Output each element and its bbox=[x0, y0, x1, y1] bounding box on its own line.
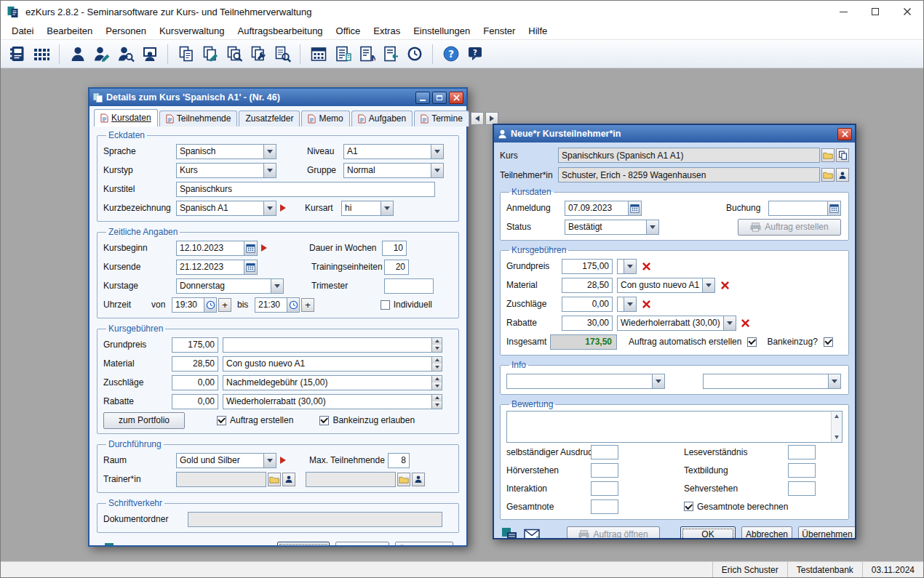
info-select-2[interactable] bbox=[703, 374, 841, 389]
person-search-button[interactable] bbox=[114, 43, 137, 65]
kurs-folder-button[interactable] bbox=[821, 148, 835, 162]
clock-button[interactable] bbox=[403, 43, 426, 65]
related-windows-button[interactable] bbox=[103, 541, 122, 545]
participant-board-button[interactable] bbox=[138, 43, 161, 65]
add-time-button[interactable]: + bbox=[218, 298, 231, 312]
menu-einstellungen[interactable]: Einstellungen bbox=[407, 24, 477, 38]
menu-fenster[interactable]: Fenster bbox=[477, 24, 522, 38]
bis-time-input[interactable]: 21:30 bbox=[255, 297, 300, 313]
invoice-new-button[interactable]: N bbox=[355, 43, 378, 65]
remove-zuschlaege-button[interactable] bbox=[640, 297, 653, 310]
dialog-close-button[interactable] bbox=[449, 92, 463, 104]
minimize-button[interactable] bbox=[827, 1, 859, 23]
goto-arrow-icon[interactable] bbox=[280, 457, 286, 464]
teilnehmer-folder-button[interactable] bbox=[821, 168, 835, 182]
spin-up-icon[interactable] bbox=[432, 376, 442, 383]
dropdown-button[interactable] bbox=[652, 374, 664, 388]
trainer2-input[interactable] bbox=[306, 472, 396, 487]
person-edit-button[interactable] bbox=[90, 43, 113, 65]
remove-rabatte-button[interactable] bbox=[739, 316, 752, 329]
cancel-button[interactable]: Abbrechen bbox=[741, 526, 792, 539]
calendar-picker-button[interactable] bbox=[827, 201, 840, 215]
tab-scroll-left-button[interactable] bbox=[471, 112, 484, 125]
apply-button[interactable]: Übernehmen bbox=[798, 526, 855, 539]
sprache-select[interactable]: Spanisch bbox=[176, 144, 276, 159]
zuschlaege-desc-input[interactable]: Nachmeldegebühr (15,00) bbox=[223, 375, 442, 390]
maximize-button[interactable] bbox=[859, 1, 891, 23]
menu-office[interactable]: Office bbox=[330, 24, 367, 38]
material-amount-input[interactable]: 28,50 bbox=[172, 356, 218, 372]
kursende-date-input[interactable]: 21.12.2023 bbox=[176, 260, 258, 275]
material-amount-input[interactable]: 28,50 bbox=[562, 278, 613, 293]
close-button[interactable] bbox=[891, 1, 923, 23]
document-folder-button[interactable] bbox=[125, 541, 144, 545]
zum-portfolio-button[interactable]: zum Portfolio bbox=[103, 412, 185, 429]
interaktion-input[interactable] bbox=[591, 481, 618, 496]
course-copy-button[interactable] bbox=[175, 43, 197, 65]
calendar-button[interactable] bbox=[307, 43, 330, 65]
dokumentordner-input[interactable] bbox=[188, 512, 442, 527]
dropdown-button[interactable] bbox=[263, 201, 276, 215]
ausdruck-input[interactable] bbox=[591, 445, 618, 459]
menu-hilfe[interactable]: Hilfe bbox=[522, 24, 554, 38]
data-grid-button[interactable] bbox=[30, 43, 52, 65]
dropdown-button[interactable] bbox=[431, 164, 443, 177]
rabatte-desc-input[interactable]: Wiederholerrabatt (30,00) bbox=[223, 394, 442, 409]
dropdown-button[interactable] bbox=[646, 220, 658, 234]
invoice-return-button[interactable] bbox=[379, 43, 402, 65]
zuschlaege-amount-input[interactable]: 0,00 bbox=[562, 297, 613, 312]
grundpreis-desc-input[interactable] bbox=[223, 337, 442, 353]
help-button[interactable]: ? bbox=[439, 43, 462, 65]
status-select[interactable]: Bestätigt bbox=[565, 220, 659, 235]
kurstage-select[interactable]: Donnerstag bbox=[176, 278, 284, 294]
kurzbezeichnung-select[interactable]: Spanisch A1 bbox=[176, 201, 276, 216]
related-windows-button[interactable] bbox=[500, 526, 519, 538]
trainer1-person-button[interactable] bbox=[282, 473, 295, 486]
bewertung-textarea[interactable] bbox=[506, 411, 843, 443]
dropdown-button[interactable] bbox=[624, 297, 636, 311]
info-select-1[interactable] bbox=[506, 374, 665, 389]
dauer-input[interactable]: 10 bbox=[382, 241, 407, 256]
anmeldung-date-input[interactable]: 07.09.2023 bbox=[565, 201, 642, 216]
grundpreis-amount-input[interactable]: 175,00 bbox=[562, 259, 613, 274]
teilnehmer-person-button[interactable] bbox=[836, 168, 849, 182]
spinner[interactable] bbox=[431, 376, 442, 390]
trainer1-input[interactable] bbox=[176, 472, 266, 487]
grundpreis-select[interactable] bbox=[617, 259, 637, 274]
course-search-button[interactable] bbox=[223, 43, 245, 65]
dropdown-button[interactable] bbox=[263, 164, 276, 177]
menu-personen[interactable]: Personen bbox=[99, 24, 153, 38]
hoerverstehen-input[interactable] bbox=[591, 463, 618, 478]
gruppe-select[interactable]: Normal bbox=[343, 163, 444, 178]
dropdown-button[interactable] bbox=[431, 145, 443, 158]
teilnehmer-input[interactable]: Schuster, Erich - 8259 Wagenhausen bbox=[558, 167, 820, 182]
address-book-button[interactable] bbox=[6, 43, 28, 65]
spin-up-icon[interactable] bbox=[432, 338, 442, 345]
niveau-select[interactable]: A1 bbox=[343, 144, 444, 159]
tab-zusatzfelder[interactable]: Zusatzfelder bbox=[239, 111, 300, 127]
tab-kursdaten[interactable]: Kursdaten bbox=[94, 109, 158, 127]
leseverstaendnis-input[interactable] bbox=[788, 445, 816, 459]
apply-button[interactable]: Übernehmen bbox=[395, 542, 453, 546]
dropdown-button[interactable] bbox=[381, 201, 393, 215]
tab-aufgaben[interactable]: Aufgaben bbox=[351, 111, 413, 127]
zuschlaege-amount-input[interactable]: 0,00 bbox=[172, 375, 218, 390]
gesamtnote-input[interactable] bbox=[591, 499, 618, 514]
kurstyp-select[interactable]: Kurs bbox=[176, 163, 276, 178]
calendar-picker-button[interactable] bbox=[628, 201, 641, 215]
dropdown-button[interactable] bbox=[702, 278, 714, 292]
menu-bearbeiten[interactable]: Bearbeiten bbox=[40, 24, 99, 38]
ok-button[interactable]: OK bbox=[277, 542, 330, 546]
trainingseinheiten-input[interactable]: 20 bbox=[384, 260, 409, 275]
trimester-input[interactable] bbox=[384, 278, 434, 294]
auftrag-oeffnen-button[interactable]: Auftrag öffnen bbox=[567, 526, 660, 539]
dropdown-button[interactable] bbox=[263, 454, 276, 467]
time-picker-button[interactable] bbox=[287, 298, 299, 312]
time-picker-button[interactable] bbox=[204, 298, 216, 312]
participant-dialog-titlebar[interactable]: Neue*r Kursteilnehmer*in bbox=[494, 125, 855, 143]
dropdown-button[interactable] bbox=[263, 145, 276, 158]
material-select[interactable]: Con gusto nuevo A1 bbox=[617, 278, 715, 293]
add-time-button[interactable]: + bbox=[301, 298, 314, 312]
menu-kursverwaltung[interactable]: Kursverwaltung bbox=[153, 24, 231, 38]
gesamtnote-berechnen-checkbox[interactable] bbox=[684, 502, 693, 511]
